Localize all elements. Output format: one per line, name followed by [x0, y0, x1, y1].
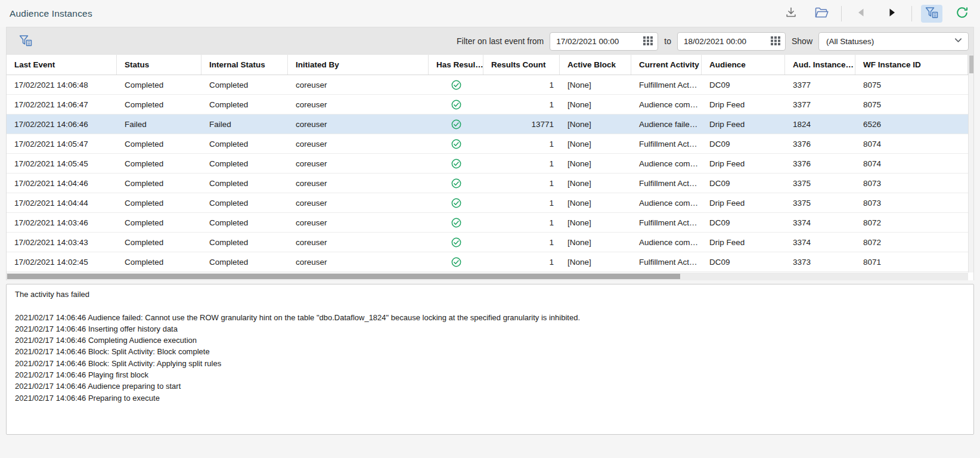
cell-last-event: 17/02/2021 14:05:47 [7, 134, 117, 153]
column-header-wf-instance-id[interactable]: WF Instance ID [855, 55, 968, 75]
cell-wf-instance-id: 6526 [855, 114, 968, 134]
cell-active-block: [None] [560, 134, 631, 153]
cell-aud-instance: 3374 [785, 233, 855, 252]
cell-aud-instance: 3376 [785, 134, 855, 153]
audience-instances-table: Last EventStatusInternal StatusInitiated… [6, 55, 974, 280]
cell-last-event: 17/02/2021 14:04:44 [7, 193, 117, 212]
cell-last-event: 17/02/2021 14:03:46 [7, 213, 117, 232]
cell-wf-instance-id: 8072 [855, 213, 968, 232]
log-line: 2021/02/17 14:06:46 Completing Audience … [15, 335, 965, 346]
log-line: 2021/02/17 14:06:46 Block: Split Activit… [15, 358, 965, 369]
cell-aud-instance: 3376 [785, 154, 855, 173]
cell-initiated-by: coreuser [288, 252, 429, 271]
cell-internal-status: Completed [201, 174, 288, 193]
cell-aud-instance: 3375 [785, 193, 855, 212]
check-circle-icon [429, 95, 483, 114]
cell-initiated-by: coreuser [288, 174, 429, 193]
cell-results-count: 1 [483, 154, 560, 173]
table-row[interactable]: 17/02/2021 14:05:45CompletedCompletedcor… [7, 154, 968, 174]
column-header-initiated-by[interactable]: Initiated By [288, 55, 429, 75]
column-header-status[interactable]: Status [117, 55, 201, 75]
cell-results-count: 13771 [483, 114, 560, 134]
check-circle-icon [429, 213, 483, 232]
activity-log-panel[interactable]: The activity has failed 2021/02/17 14:06… [6, 284, 974, 435]
cell-current-activity: Audience com… [631, 154, 702, 173]
table-row[interactable]: 17/02/2021 14:03:46CompletedCompletedcor… [7, 213, 968, 233]
cell-initiated-by: coreuser [288, 114, 429, 134]
cell-audience: DC09 [702, 174, 785, 193]
horizontal-scrollbar-thumb[interactable] [7, 274, 680, 279]
log-line [15, 300, 965, 311]
cell-status: Completed [117, 233, 201, 252]
refresh-button[interactable] [951, 5, 973, 23]
vertical-scrollbar-thumb[interactable] [969, 55, 973, 73]
filter-toggle-button[interactable] [921, 5, 942, 23]
calendar-grid-icon[interactable] [771, 36, 780, 47]
calendar-grid-icon[interactable] [643, 36, 653, 47]
previous-button[interactable] [851, 5, 872, 23]
cell-audience: Drip Feed [702, 114, 785, 134]
column-header-aud-instance[interactable]: Aud. Instance… [785, 55, 855, 75]
cell-wf-instance-id: 8075 [855, 95, 968, 114]
column-header-results-count[interactable]: Results Count [483, 55, 560, 75]
cell-last-event: 17/02/2021 14:06:46 [7, 114, 117, 134]
status-filter-select[interactable]: (All Statuses) [818, 32, 969, 51]
column-header-audience[interactable]: Audience [702, 55, 785, 75]
cell-active-block: [None] [560, 233, 631, 252]
cell-internal-status: Completed [201, 233, 288, 252]
cell-current-activity: Audience faile… [631, 114, 702, 134]
cell-status: Completed [117, 75, 201, 94]
column-header-internal-status[interactable]: Internal Status [201, 55, 288, 75]
column-header-last-event[interactable]: Last Event [7, 55, 117, 75]
table-row[interactable]: 17/02/2021 14:04:46CompletedCompletedcor… [7, 174, 968, 193]
table-row[interactable]: 17/02/2021 14:05:47CompletedCompletedcor… [7, 134, 968, 154]
table-row[interactable]: 17/02/2021 14:02:45CompletedCompletedcor… [7, 252, 968, 272]
cell-results-count: 1 [483, 193, 560, 212]
filter-from-label: Filter on last event from [457, 36, 544, 46]
table-row[interactable]: 17/02/2021 14:06:46FailedFailedcoreuser … [7, 114, 968, 134]
cell-status: Completed [117, 134, 201, 153]
cell-internal-status: Completed [201, 75, 288, 94]
grid-filter-button[interactable] [15, 32, 36, 50]
status-filter-value: (All Statuses) [826, 37, 874, 46]
show-label: Show [792, 36, 812, 46]
cell-wf-instance-id: 8074 [855, 154, 968, 173]
next-button[interactable] [881, 5, 903, 23]
log-line: The activity has failed [15, 289, 965, 300]
table-row[interactable]: 17/02/2021 14:06:47CompletedCompletedcor… [7, 95, 968, 114]
horizontal-scrollbar[interactable] [7, 273, 968, 280]
cell-current-activity: Audience com… [631, 95, 702, 114]
cell-internal-status: Completed [201, 134, 288, 153]
table-header-row: Last EventStatusInternal StatusInitiated… [7, 55, 968, 75]
next-icon [886, 7, 898, 20]
cell-current-activity: Fulfillment Act… [631, 174, 702, 193]
cell-internal-status: Completed [201, 154, 288, 173]
cell-audience: Drip Feed [702, 154, 785, 173]
cell-internal-status: Completed [201, 193, 288, 212]
cell-active-block: [None] [560, 252, 631, 271]
date-to-input[interactable]: 18/02/2021 00:00 [677, 32, 786, 51]
log-line: 2021/02/17 14:06:46 Preparing to execute [15, 392, 965, 404]
cell-current-activity: Fulfillment Act… [631, 134, 702, 153]
cell-results-count: 1 [483, 134, 560, 153]
column-header-active-block[interactable]: Active Block [560, 55, 631, 75]
cell-active-block: [None] [560, 154, 631, 173]
table-row[interactable]: 17/02/2021 14:04:44CompletedCompletedcor… [7, 193, 968, 213]
table-row[interactable]: 17/02/2021 14:03:43CompletedCompletedcor… [7, 233, 968, 252]
cell-status: Failed [117, 114, 201, 134]
date-from-input[interactable]: 17/02/2021 00:00 [550, 32, 658, 51]
download-button[interactable] [780, 5, 802, 23]
column-header-current-activity[interactable]: Current Activity [631, 55, 702, 75]
filter-toggle-icon [925, 6, 939, 21]
date-to-value: 18/02/2021 00:00 [684, 37, 746, 46]
date-from-value: 17/02/2021 00:00 [556, 37, 619, 46]
table-row[interactable]: 17/02/2021 14:06:48CompletedCompletedcor… [7, 75, 968, 95]
check-circle-icon [429, 174, 483, 193]
open-folder-button[interactable] [811, 5, 832, 23]
cell-status: Completed [117, 95, 201, 114]
cell-active-block: [None] [560, 193, 631, 212]
cell-wf-instance-id: 8074 [855, 134, 968, 153]
vertical-scrollbar[interactable] [968, 55, 973, 273]
cell-last-event: 17/02/2021 14:02:45 [7, 252, 117, 271]
column-header-has-results[interactable]: Has Resul… [429, 55, 483, 75]
